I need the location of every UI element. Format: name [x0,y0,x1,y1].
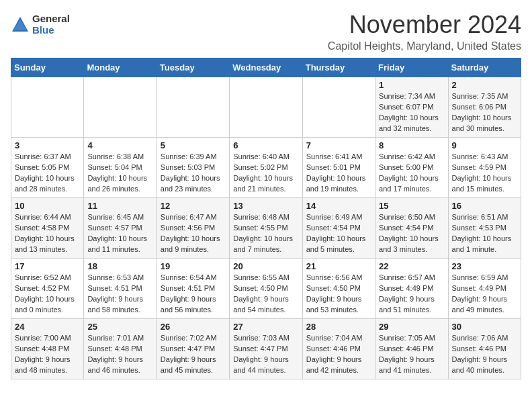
day-info: Sunrise: 6:38 AM Sunset: 5:04 PM Dayligh… [87,152,152,195]
day-info: Sunrise: 6:50 AM Sunset: 4:54 PM Dayligh… [379,212,444,255]
month-title: November 2024 [328,11,521,39]
day-number: 13 [233,201,298,211]
day-number: 10 [15,201,80,211]
day-number: 1 [379,80,444,90]
week-row-1: 3Sunrise: 6:37 AM Sunset: 5:05 PM Daylig… [11,138,521,198]
header-day-sunday: Sunday [11,58,84,77]
day-number: 21 [306,261,371,271]
day-number: 20 [233,261,298,271]
header-day-saturday: Saturday [448,58,521,77]
day-cell: 28Sunrise: 7:04 AM Sunset: 4:46 PM Dayli… [302,319,375,379]
day-number: 12 [161,201,226,211]
day-cell: 23Sunrise: 6:59 AM Sunset: 4:49 PM Dayli… [448,259,521,319]
day-cell: 27Sunrise: 7:03 AM Sunset: 4:47 PM Dayli… [230,319,302,379]
day-cell: 3Sunrise: 6:37 AM Sunset: 5:05 PM Daylig… [11,138,84,198]
day-number: 16 [452,201,517,211]
day-info: Sunrise: 6:42 AM Sunset: 5:00 PM Dayligh… [379,152,444,195]
day-info: Sunrise: 6:41 AM Sunset: 5:01 PM Dayligh… [306,152,371,195]
day-info: Sunrise: 6:43 AM Sunset: 4:59 PM Dayligh… [452,152,517,195]
day-info: Sunrise: 6:45 AM Sunset: 4:57 PM Dayligh… [87,212,152,255]
day-cell: 6Sunrise: 6:40 AM Sunset: 5:02 PM Daylig… [230,138,302,198]
title-area: November 2024 Capitol Heights, Maryland,… [328,11,521,52]
day-number: 14 [306,201,371,211]
day-number: 9 [452,140,517,150]
day-cell: 1Sunrise: 7:34 AM Sunset: 6:07 PM Daylig… [375,77,448,138]
day-cell: 2Sunrise: 7:35 AM Sunset: 6:06 PM Daylig… [448,77,521,138]
day-info: Sunrise: 6:53 AM Sunset: 4:51 PM Dayligh… [87,273,152,316]
logo-icon [11,15,30,34]
day-cell: 20Sunrise: 6:55 AM Sunset: 4:50 PM Dayli… [230,259,302,319]
logo-blue-text: Blue [32,25,70,36]
week-row-3: 17Sunrise: 6:52 AM Sunset: 4:52 PM Dayli… [11,259,521,319]
day-number: 27 [233,322,298,332]
logo-text: General Blue [32,13,70,36]
day-number: 18 [87,261,152,271]
day-cell: 8Sunrise: 6:42 AM Sunset: 5:00 PM Daylig… [375,138,448,198]
day-info: Sunrise: 7:01 AM Sunset: 4:48 PM Dayligh… [87,333,152,376]
day-cell: 12Sunrise: 6:47 AM Sunset: 4:56 PM Dayli… [157,198,229,259]
day-number: 28 [306,322,371,332]
day-cell: 7Sunrise: 6:41 AM Sunset: 5:01 PM Daylig… [302,138,375,198]
day-cell: 30Sunrise: 7:06 AM Sunset: 4:46 PM Dayli… [448,319,521,379]
day-cell: 25Sunrise: 7:01 AM Sunset: 4:48 PM Dayli… [84,319,157,379]
day-info: Sunrise: 7:35 AM Sunset: 6:06 PM Dayligh… [452,91,517,134]
day-number: 8 [379,140,444,150]
calendar-body: 1Sunrise: 7:34 AM Sunset: 6:07 PM Daylig… [11,77,521,379]
week-row-4: 24Sunrise: 7:00 AM Sunset: 4:48 PM Dayli… [11,319,521,379]
day-number: 24 [15,322,80,332]
day-number: 22 [379,261,444,271]
day-cell: 21Sunrise: 6:56 AM Sunset: 4:50 PM Dayli… [302,259,375,319]
day-cell: 26Sunrise: 7:02 AM Sunset: 4:47 PM Dayli… [157,319,229,379]
day-info: Sunrise: 6:49 AM Sunset: 4:54 PM Dayligh… [306,212,371,255]
day-info: Sunrise: 6:39 AM Sunset: 5:03 PM Dayligh… [161,152,226,195]
day-number: 23 [452,261,517,271]
day-number: 11 [87,201,152,211]
header-day-friday: Friday [375,58,448,77]
header-day-monday: Monday [84,58,157,77]
week-row-0: 1Sunrise: 7:34 AM Sunset: 6:07 PM Daylig… [11,77,521,138]
day-info: Sunrise: 6:51 AM Sunset: 4:53 PM Dayligh… [452,212,517,255]
day-number: 25 [87,322,152,332]
day-info: Sunrise: 7:05 AM Sunset: 4:46 PM Dayligh… [379,333,444,376]
day-cell: 17Sunrise: 6:52 AM Sunset: 4:52 PM Dayli… [11,259,84,319]
day-cell: 14Sunrise: 6:49 AM Sunset: 4:54 PM Dayli… [302,198,375,259]
day-info: Sunrise: 7:06 AM Sunset: 4:46 PM Dayligh… [452,333,517,376]
header-day-wednesday: Wednesday [230,58,302,77]
calendar-header: SundayMondayTuesdayWednesdayThursdayFrid… [11,58,521,77]
day-info: Sunrise: 7:02 AM Sunset: 4:47 PM Dayligh… [161,333,226,376]
day-number: 2 [452,80,517,90]
day-cell: 13Sunrise: 6:48 AM Sunset: 4:55 PM Dayli… [230,198,302,259]
day-number: 7 [306,140,371,150]
header-row: SundayMondayTuesdayWednesdayThursdayFrid… [11,58,521,77]
day-cell: 4Sunrise: 6:38 AM Sunset: 5:04 PM Daylig… [84,138,157,198]
day-cell [11,77,84,138]
day-info: Sunrise: 6:44 AM Sunset: 4:58 PM Dayligh… [15,212,80,255]
day-info: Sunrise: 6:40 AM Sunset: 5:02 PM Dayligh… [233,152,298,195]
day-number: 5 [161,140,226,150]
day-info: Sunrise: 6:37 AM Sunset: 5:05 PM Dayligh… [15,152,80,195]
header-day-tuesday: Tuesday [157,58,229,77]
day-cell: 29Sunrise: 7:05 AM Sunset: 4:46 PM Dayli… [375,319,448,379]
day-info: Sunrise: 7:03 AM Sunset: 4:47 PM Dayligh… [233,333,298,376]
day-cell: 15Sunrise: 6:50 AM Sunset: 4:54 PM Dayli… [375,198,448,259]
location-title: Capitol Heights, Maryland, United States [328,40,521,52]
day-cell [157,77,229,138]
day-info: Sunrise: 7:34 AM Sunset: 6:07 PM Dayligh… [379,91,444,134]
calendar: SundayMondayTuesdayWednesdayThursdayFrid… [11,58,521,379]
week-row-2: 10Sunrise: 6:44 AM Sunset: 4:58 PM Dayli… [11,198,521,259]
day-cell [84,77,157,138]
day-number: 15 [379,201,444,211]
header: General Blue November 2024 Capitol Heigh… [11,11,521,52]
day-number: 26 [161,322,226,332]
day-info: Sunrise: 6:59 AM Sunset: 4:49 PM Dayligh… [452,273,517,316]
header-day-thursday: Thursday [302,58,375,77]
day-cell: 10Sunrise: 6:44 AM Sunset: 4:58 PM Dayli… [11,198,84,259]
day-cell: 18Sunrise: 6:53 AM Sunset: 4:51 PM Dayli… [84,259,157,319]
day-number: 4 [87,140,152,150]
svg-marker-1 [13,19,27,30]
day-cell: 24Sunrise: 7:00 AM Sunset: 4:48 PM Dayli… [11,319,84,379]
day-info: Sunrise: 6:56 AM Sunset: 4:50 PM Dayligh… [306,273,371,316]
day-cell: 5Sunrise: 6:39 AM Sunset: 5:03 PM Daylig… [157,138,229,198]
day-info: Sunrise: 7:00 AM Sunset: 4:48 PM Dayligh… [15,333,80,376]
day-cell [302,77,375,138]
